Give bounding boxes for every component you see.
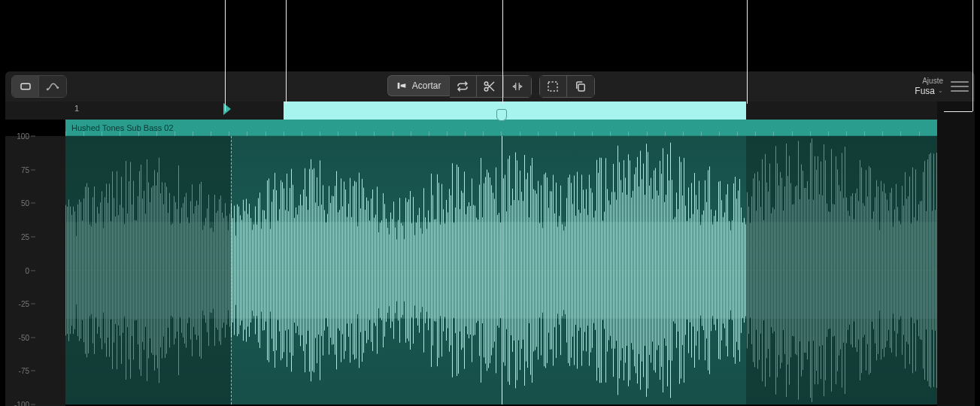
region-tool-icon: [19, 80, 32, 93]
copy-icon: [574, 80, 587, 93]
waveform-area[interactable]: [65, 136, 937, 404]
svg-point-4: [484, 88, 488, 92]
svg-rect-5: [548, 82, 557, 91]
trim-icon: [396, 80, 408, 92]
audio-region-header[interactable]: Hushed Tones Sub Bass 02: [65, 120, 937, 136]
axis-tick-label: -100: [14, 401, 29, 407]
cycle-range-bar[interactable]: [284, 102, 746, 120]
automation-curve-icon: [46, 80, 59, 93]
svg-rect-6: [578, 84, 584, 91]
timeline-ruler[interactable]: 1 2: [5, 102, 975, 120]
axis-tick-label: 50: [21, 199, 29, 208]
svg-point-2: [56, 86, 59, 89]
region-mode-button[interactable]: [12, 76, 39, 97]
snap-control[interactable]: Ajuste Fusa ⌄: [915, 77, 969, 96]
playhead-handle[interactable]: [496, 109, 507, 121]
post-loop-dim-overlay: [746, 136, 937, 404]
snap-title: Ajuste: [915, 77, 943, 86]
pre-loop-dim-overlay: [65, 136, 231, 404]
callout-line: [972, 0, 973, 111]
loop-icon: [456, 80, 469, 93]
marquee-selection-icon: [546, 80, 560, 93]
axis-tick-label: -50: [19, 333, 29, 341]
locator-guideline: [231, 136, 232, 404]
editor-menu-button[interactable]: [951, 80, 969, 93]
region-name-label: Hushed Tones Sub Bass 02: [71, 123, 174, 132]
axis-tick-label: 75: [21, 165, 29, 174]
trim-label: Acortar: [412, 80, 441, 91]
axis-tick-label: -75: [19, 367, 29, 375]
svg-rect-0: [21, 83, 30, 89]
svg-point-3: [484, 82, 488, 86]
menu-icon: [951, 81, 969, 83]
axis-tick-label: 100: [17, 132, 29, 141]
playhead-line: [502, 136, 502, 404]
axis-tick-label: 25: [21, 232, 29, 241]
edit-mode-toggle[interactable]: [11, 75, 67, 98]
editor-toolbar: Acortar A: [5, 71, 975, 102]
callout-line: [747, 0, 748, 104]
right-margin: [937, 102, 975, 406]
bar-marker: 1: [74, 104, 79, 113]
callout-line: [286, 0, 287, 104]
axis-tick-label: -25: [19, 300, 29, 308]
time-stretch-icon: [511, 80, 524, 93]
loop-button[interactable]: [450, 76, 477, 97]
center-tool-cluster: Acortar: [387, 75, 595, 98]
svg-point-1: [47, 88, 49, 90]
snap-value: Fusa: [915, 86, 935, 96]
copy-button[interactable]: [567, 76, 594, 97]
chevron-updown-icon: ⌄: [938, 87, 943, 95]
time-stretch-button[interactable]: [504, 76, 531, 97]
scissors-icon: [483, 80, 496, 93]
split-button[interactable]: [477, 76, 504, 97]
automation-mode-button[interactable]: [39, 76, 66, 97]
amplitude-axis: 1007550250-25-50-75-100: [5, 136, 65, 406]
marquee-select-button[interactable]: [540, 76, 567, 97]
callout-line: [502, 0, 503, 104]
trim-button[interactable]: Acortar: [387, 75, 450, 96]
callout-line: [225, 0, 226, 111]
axis-tick-label: 0: [25, 266, 29, 274]
